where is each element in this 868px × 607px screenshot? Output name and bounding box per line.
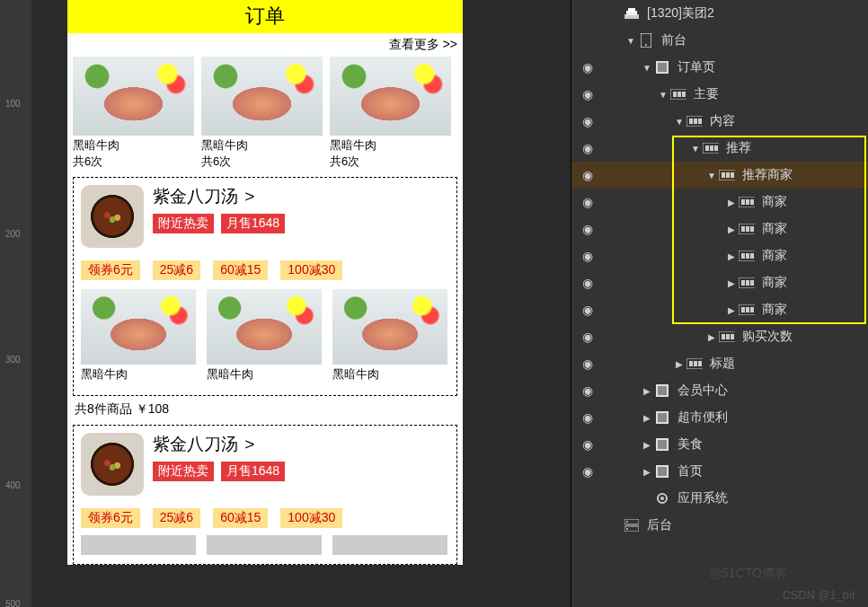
gear-icon [654,492,670,505]
eye-icon[interactable]: ◉ [571,356,604,371]
thumb-item[interactable]: 黑暗牛肉 共6次 [330,57,451,170]
chevron-down-icon[interactable]: ▼ [688,144,703,154]
eye-icon[interactable]: ◉ [571,303,604,317]
eye-icon[interactable]: ◉ [571,330,604,344]
coupon[interactable]: 领券6元 [81,260,140,280]
thumb-item[interactable]: 黑暗牛肉 [332,289,447,383]
tree-backend[interactable]: 后台 [571,512,868,539]
tree-main[interactable]: ◉▼主要 [571,81,868,108]
tree-front[interactable]: ▼前台 [571,27,868,54]
tree-shop-item[interactable]: ◉▶商家 [571,216,868,242]
shop-name[interactable]: 紫金八刀汤 > [153,433,285,456]
eye-icon[interactable]: ◉ [571,60,604,75]
tree-shop-item[interactable]: ◉▶商家 [571,269,868,296]
shop-avatar[interactable] [81,185,144,248]
eye-icon[interactable]: ◉ [571,383,604,398]
svg-rect-28 [741,226,745,232]
tree-market[interactable]: ◉▶超市便利 [571,404,868,431]
frame-icon [739,250,755,262]
chevron-right-icon[interactable]: ▶ [640,413,654,423]
shop-avatar[interactable] [81,433,144,496]
eye-icon[interactable]: ◉ [571,222,604,236]
svg-rect-2 [628,8,635,12]
chevron-down-icon[interactable]: ▼ [624,36,638,46]
eye-icon[interactable]: ◉ [571,87,604,101]
tree-home[interactable]: ◉▶首页 [571,458,868,485]
chevron-right-icon[interactable]: ▶ [640,440,654,450]
thumb-item[interactable]: 黑暗牛肉 [207,289,322,383]
tree-root[interactable]: [1320]美团2 [571,0,868,27]
page-icon [654,438,670,451]
svg-rect-17 [710,145,713,151]
svg-rect-49 [694,361,697,366]
tree-shop-item[interactable]: ◉▶商家 [571,296,868,323]
chevron-down-icon[interactable]: ▼ [704,171,719,180]
chevron-down-icon[interactable]: ▼ [640,63,654,73]
frame-icon [739,196,755,208]
chevron-right-icon[interactable]: ▶ [724,251,739,261]
svg-rect-9 [678,92,681,97]
tree-recommend[interactable]: ◉▼推荐 [571,135,868,162]
tree-title-node[interactable]: ◉▶标题 [571,350,868,377]
svg-rect-22 [731,172,734,178]
tree-shop-item[interactable]: ◉▶商家 [571,189,868,216]
frame-icon [739,277,755,289]
frame-icon [739,304,755,316]
chevron-right-icon[interactable]: ▶ [724,305,739,315]
coupon[interactable]: 领券6元 [81,508,140,528]
eye-icon[interactable]: ◉ [571,276,604,290]
chevron-down-icon[interactable]: ▼ [672,117,686,127]
chevron-right-icon[interactable]: ▶ [724,224,739,234]
tree-app-system[interactable]: 应用系统 [571,485,868,512]
frame-icon [703,142,719,154]
chevron-right-icon[interactable]: ▶ [640,386,654,396]
tree-content[interactable]: ◉▼内容 [571,108,868,135]
thumb-item[interactable]: 黑暗牛肉 共6次 [201,57,323,170]
svg-rect-29 [746,226,749,232]
chevron-down-icon[interactable]: ▼ [656,90,670,100]
coupon[interactable]: 25减6 [153,508,200,528]
food-image [330,57,451,136]
see-more[interactable]: 查看更多 >> [67,33,463,55]
eye-icon[interactable]: ◉ [571,114,604,128]
eye-icon[interactable]: ◉ [571,249,604,263]
frame-icon [670,88,686,101]
eye-icon[interactable]: ◉ [571,464,604,479]
chevron-right-icon[interactable]: ▶ [704,332,719,342]
coupon[interactable]: 100减30 [280,508,342,528]
coupon[interactable]: 100减30 [280,260,342,280]
frame-icon [686,115,703,128]
coupon[interactable]: 60减15 [213,260,268,280]
watermark: @51CTO博客 [709,566,787,582]
shop-name[interactable]: 紫金八刀汤 > [153,185,285,208]
eye-icon[interactable]: ◉ [571,141,604,155]
chevron-right-icon[interactable]: ▶ [724,198,739,207]
svg-rect-33 [746,253,749,259]
coupon[interactable]: 60减15 [213,508,268,528]
tree-member[interactable]: ◉▶会员中心 [571,377,868,404]
svg-rect-18 [714,145,718,151]
svg-rect-41 [746,307,749,312]
eye-icon[interactable]: ◉ [571,437,604,452]
canvas[interactable]: 订单 查看更多 >> 黑暗牛肉 共6次 黑暗牛肉 共6次 黑暗牛肉 共6次 [40,0,571,607]
svg-rect-25 [746,199,749,205]
tree-food[interactable]: ◉▶美食 [571,431,868,458]
chevron-right-icon[interactable]: ▶ [672,359,686,369]
tree-order-page[interactable]: ◉▼订单页 [571,54,868,81]
eye-icon[interactable]: ◉ [571,168,604,182]
food-image [81,535,196,555]
thumb-item[interactable]: 黑暗牛肉 共6次 [73,57,194,170]
eye-icon[interactable]: ◉ [571,410,604,425]
food-image [73,57,194,136]
svg-rect-6 [658,63,667,72]
eye-icon[interactable]: ◉ [571,195,604,209]
svg-rect-10 [682,92,686,97]
tree-recommend-shops[interactable]: ◉▼推荐商家 [571,162,868,189]
chevron-right-icon[interactable]: ▶ [640,467,654,477]
chevron-right-icon[interactable]: ▶ [724,278,739,288]
thumb-item[interactable]: 黑暗牛肉 [81,289,196,383]
coupon[interactable]: 25减6 [153,260,200,280]
tree-shop-item[interactable]: ◉▶商家 [571,242,868,269]
layers-panel[interactable]: [1320]美团2 ▼前台 ◉▼订单页 ◉▼主要 ◉▼内容 ◉▼推荐 ◉▼推荐商… [571,0,868,607]
tree-buy-count[interactable]: ◉▶购买次数 [571,323,868,350]
